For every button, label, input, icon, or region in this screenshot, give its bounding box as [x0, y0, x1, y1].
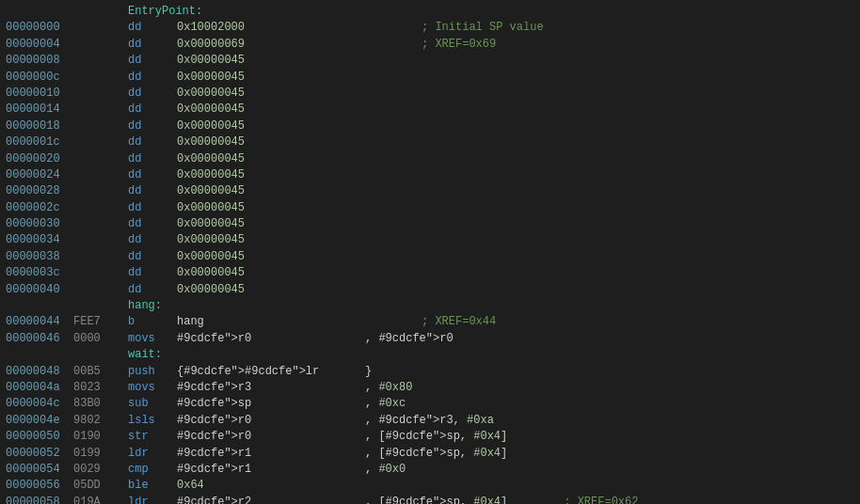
mnemonic: dd: [120, 151, 177, 167]
mnemonic: dd: [120, 118, 177, 134]
code-line: 000000540029cmp#9cdcfe">r1, #0x0: [0, 462, 860, 478]
address: 00000020: [6, 151, 73, 167]
operands: 0x00000045: [177, 102, 365, 118]
address: 00000018: [6, 118, 73, 134]
comment: ; XREF=0x62: [507, 495, 638, 504]
mnemonic: dd: [120, 20, 177, 36]
bytes: [73, 134, 120, 150]
bytes: [73, 232, 120, 248]
bytes: 0190: [73, 429, 120, 445]
mnemonic: dd: [120, 282, 177, 298]
address: 00000052: [6, 446, 73, 462]
code-line: 00000008dd0x00000045: [0, 53, 860, 69]
code-line: 0000000cdd0x00000045: [0, 70, 860, 86]
operands: hang: [177, 314, 365, 330]
mnemonic: movs: [120, 331, 177, 347]
code-line: 0000001cdd0x00000045: [0, 134, 860, 150]
address: 00000038: [6, 249, 73, 265]
bytes: 83B0: [73, 396, 120, 412]
operands: 0x00000045: [177, 151, 365, 167]
operands: {#9cdcfe">#9cdcfe">lr: [177, 364, 365, 380]
mnemonic: dd: [120, 183, 177, 199]
bytes: 0000: [73, 331, 120, 347]
mnemonic: dd: [120, 86, 177, 102]
operands: 0x00000045: [177, 70, 365, 86]
operands: 0x00000045: [177, 53, 365, 69]
address: 0000002c: [6, 200, 73, 216]
address: 0000001c: [6, 134, 73, 150]
operands: 0x10002000: [177, 20, 365, 36]
address: 0000004e: [6, 413, 73, 429]
mnemonic: str: [120, 429, 177, 445]
code-line: 0000004800B5push{#9cdcfe">#9cdcfe">lr}: [0, 364, 860, 380]
disassembly-view: EntryPoint:00000000dd0x10002000; Initial…: [0, 0, 860, 504]
bytes: 0029: [73, 462, 120, 478]
operands: #9cdcfe">r1: [177, 462, 365, 478]
mnemonic: dd: [120, 200, 177, 216]
operands: 0x64: [177, 478, 365, 494]
code-line: 0000005605DDble0x64: [0, 478, 860, 494]
address: 00000030: [6, 216, 73, 232]
code-line: 000000460000movs#9cdcfe">r0, #9cdcfe">r0: [0, 331, 860, 347]
code-line: 00000024dd0x00000045: [0, 167, 860, 183]
bytes: 9802: [73, 413, 120, 429]
mnemonic: dd: [120, 265, 177, 281]
code-line: 00000040dd0x00000045: [0, 282, 860, 298]
address: 0000000c: [6, 70, 73, 86]
bytes: FEE7: [73, 314, 120, 330]
operands: 0x00000045: [177, 265, 365, 281]
address: 0000004a: [6, 380, 73, 396]
address: 00000058: [6, 495, 73, 504]
bytes: [73, 265, 120, 281]
bytes: 00B5: [73, 364, 120, 380]
operands: 0x00000045: [177, 86, 365, 102]
address: 00000056: [6, 478, 73, 494]
mnemonic: ble: [120, 478, 177, 494]
bytes: [73, 37, 120, 53]
bytes: [73, 200, 120, 216]
bytes: [73, 102, 120, 118]
address: 00000024: [6, 167, 73, 183]
label-line: wait:: [0, 347, 860, 363]
operands: 0x00000045: [177, 183, 365, 199]
bytes: [73, 20, 120, 36]
mnemonic: lsls: [120, 413, 177, 429]
code-line: 000000520199ldr#9cdcfe">r1, [#9cdcfe">sp…: [0, 446, 860, 462]
code-line: 00000000dd0x10002000; Initial SP value: [0, 20, 860, 36]
operands: 0x00000069: [177, 37, 365, 53]
mnemonic: dd: [120, 37, 177, 53]
address: 00000010: [6, 86, 73, 102]
bytes: [73, 86, 120, 102]
bytes: 0199: [73, 446, 120, 462]
address: 00000054: [6, 462, 73, 478]
address: 0000003c: [6, 265, 73, 281]
operands: #9cdcfe">r0: [177, 331, 365, 347]
label-line: EntryPoint:: [0, 4, 860, 20]
address: 00000040: [6, 282, 73, 298]
comment: ; XREF=0x44: [365, 314, 496, 330]
mnemonic: sub: [120, 396, 177, 412]
bytes: [73, 70, 120, 86]
code-line: 000000500190str#9cdcfe">r0, [#9cdcfe">sp…: [0, 429, 860, 445]
bytes: 05DD: [73, 478, 120, 494]
operands: 0x00000045: [177, 216, 365, 232]
code-line: 00000018dd0x00000045: [0, 118, 860, 134]
operands: 0x00000045: [177, 167, 365, 183]
mnemonic: dd: [120, 216, 177, 232]
operands: #9cdcfe">r2: [177, 495, 365, 504]
mnemonic: ldr: [120, 495, 177, 504]
operands: 0x00000045: [177, 249, 365, 265]
address: 0000004c: [6, 396, 73, 412]
address: 00000050: [6, 429, 73, 445]
operands: 0x00000045: [177, 200, 365, 216]
bytes: [73, 216, 120, 232]
mnemonic: dd: [120, 232, 177, 248]
code-line: 00000030dd0x00000045: [0, 216, 860, 232]
mnemonic: dd: [120, 102, 177, 118]
bytes: 8023: [73, 380, 120, 396]
operands: 0x00000045: [177, 282, 365, 298]
bytes: [73, 167, 120, 183]
operands: #9cdcfe">sp: [177, 396, 365, 412]
bytes: [73, 151, 120, 167]
address: 00000004: [6, 37, 73, 53]
